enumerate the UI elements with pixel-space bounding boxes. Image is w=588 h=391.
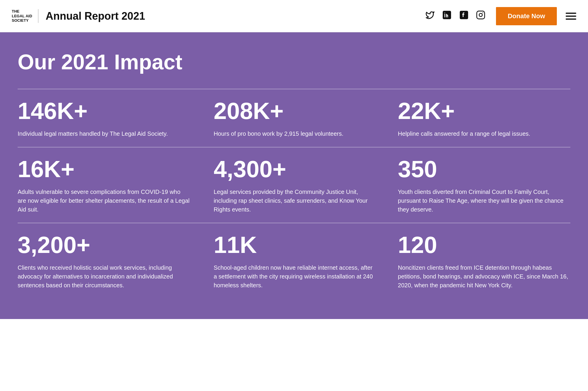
stat-desc-8: Noncitizen clients freed from ICE detent… <box>398 263 570 290</box>
stats-grid: 146K+ Individual legal matters handled b… <box>18 89 570 298</box>
stat-desc-1: Hours of pro bono work by 2,915 legal vo… <box>214 129 375 138</box>
hamburger-menu[interactable] <box>566 13 576 20</box>
impact-title: Our 2021 Impact <box>18 50 570 74</box>
stat-desc-3: Adults vulnerable to severe complication… <box>18 187 190 214</box>
stat-cell-8: 120 Noncitizen clients freed from ICE de… <box>386 223 570 298</box>
stat-cell-7: 11K School-aged children now have reliab… <box>202 223 386 298</box>
stat-desc-6: Clients who received holistic social wor… <box>18 263 190 290</box>
stat-desc-2: Helpline calls answered for a range of l… <box>398 129 570 138</box>
stat-desc-4: Legal services provided by the Community… <box>214 187 375 214</box>
stat-cell-1: 208K+ Hours of pro bono work by 2,915 le… <box>202 89 386 147</box>
instagram-icon[interactable] <box>476 10 485 22</box>
stat-cell-5: 350 Youth clients diverted from Criminal… <box>386 147 570 223</box>
impact-section: Our 2021 Impact 146K+ Individual legal m… <box>0 32 588 319</box>
stat-desc-0: Individual legal matters handled by The … <box>18 129 190 138</box>
hamburger-line-1 <box>566 13 576 14</box>
svg-point-1 <box>445 13 445 13</box>
stat-cell-2: 22K+ Helpline calls answered for a range… <box>386 89 570 147</box>
hamburger-line-3 <box>566 19 576 20</box>
stat-desc-5: Youth clients diverted from Criminal Cou… <box>398 187 570 214</box>
stat-number-2: 22K+ <box>398 98 570 124</box>
social-icons-group <box>425 10 485 22</box>
site-header: THE LEGAL AID SOCIETY Annual Report 2021 <box>0 0 588 32</box>
logo-block: THE LEGAL AID SOCIETY <box>12 9 39 23</box>
facebook-icon[interactable] <box>459 10 469 22</box>
stat-number-0: 146K+ <box>18 98 190 124</box>
stat-cell-3: 16K+ Adults vulnerable to severe complic… <box>18 147 202 223</box>
donate-button[interactable]: Donate Now <box>496 7 557 25</box>
twitter-icon[interactable] <box>425 10 435 22</box>
stat-number-5: 350 <box>398 156 570 182</box>
stat-number-3: 16K+ <box>18 156 190 182</box>
stat-number-4: 4,300+ <box>214 156 375 182</box>
stat-number-8: 120 <box>398 232 570 258</box>
stat-number-1: 208K+ <box>214 98 375 124</box>
stat-cell-4: 4,300+ Legal services provided by the Co… <box>202 147 386 223</box>
org-logo: THE LEGAL AID SOCIETY <box>12 9 39 23</box>
report-title: Annual Report 2021 <box>46 10 145 22</box>
stat-number-6: 3,200+ <box>18 232 190 258</box>
stat-cell-6: 3,200+ Clients who received holistic soc… <box>18 223 202 298</box>
stat-number-7: 11K <box>214 232 375 258</box>
linkedin-icon[interactable] <box>442 10 452 22</box>
stat-cell-0: 146K+ Individual legal matters handled b… <box>18 89 202 147</box>
svg-rect-3 <box>477 11 485 19</box>
stat-desc-7: School-aged children now have reliable i… <box>214 263 375 290</box>
hamburger-line-2 <box>566 16 576 17</box>
